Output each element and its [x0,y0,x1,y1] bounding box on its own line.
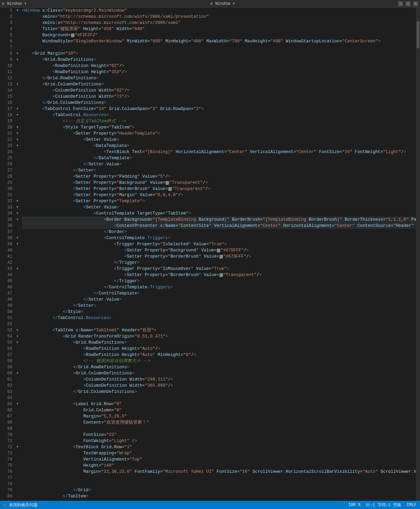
code-line[interactable]: <Label Grid.Row="0" [22,401,416,407]
code-line[interactable] [22,321,416,327]
code-line[interactable]: </Trigger> [22,278,416,284]
code-line[interactable]: <RowDefinition Height="353"/> [22,69,416,75]
code-line[interactable]: </Grid.RowDefinitions> [22,75,416,81]
code-line[interactable] [22,395,416,401]
code-line[interactable]: <Setter Property="Template"> [22,198,416,204]
title-bar-dropdown1[interactable]: ▼ [25,2,26,5]
fold-arrow[interactable]: ▼ [14,81,20,87]
code-line[interactable]: <ColumnDefinition Width="73"/> [22,94,416,100]
code-line[interactable]: <ColumnDefinition Width="365.889"/> [22,383,416,389]
code-line[interactable]: <Setter Property="BorderBrush" Value=■"#… [22,253,416,260]
code-line[interactable]: <ControlTemplate.Triggers> [22,235,416,241]
code-line[interactable]: <ContentPresenter x:Name="ContentSite" V… [22,223,416,229]
code-line[interactable]: <Setter Property="BorderBrush" Value=■"T… [22,272,416,278]
fold-arrow[interactable]: ▼ [14,444,20,450]
code-line[interactable]: </Grid.ColumnDefinitions> [22,389,416,395]
code-line[interactable]: </Setter> [22,303,416,309]
code-line[interactable]: TextWrapping="Wrap" [22,450,416,456]
fold-arrow[interactable]: ▼ [14,204,20,210]
fold-arrow[interactable]: ▼ [14,235,20,241]
window-maximize-btn[interactable]: □ [406,1,410,6]
fold-arrow[interactable]: ▼ [14,137,20,143]
fold-arrow[interactable]: ▼ [14,266,20,272]
code-line[interactable]: </TabControl.Resources> [22,315,416,321]
code-line[interactable]: </Style> [22,309,416,315]
code-line[interactable]: </Grid.RowDefinitions> [22,364,416,370]
code-line[interactable]: <Trigger Property="IsMouseOver" Value="T… [22,266,416,272]
code-line[interactable]: <TextBlock Text="{Binding}" HorizontalAl… [22,149,416,155]
code-line[interactable]: FontWeight="Light" /> [22,438,416,444]
code-line[interactable]: <Setter Property="HeaderTemplate"> [22,130,416,137]
code-line[interactable] [22,426,416,432]
code-line[interactable]: <Setter.Value> [22,204,416,210]
status-zoom[interactable]: 100 % [348,503,361,507]
code-line[interactable]: <Setter Property="BorderBrush" Value=■"T… [22,186,416,192]
code-line[interactable]: </Border> [22,229,416,235]
code-line[interactable] [22,44,416,51]
code-line[interactable] [22,481,416,487]
code-line[interactable]: </Grid.ColumnDefinitions> [22,100,416,106]
code-line[interactable]: </TabItem> [22,493,416,499]
code-line[interactable]: Content="欢迎使用键鼠管家！" [22,419,416,426]
code-line[interactable]: Margin="5,5,26,5" [22,413,416,419]
code-line[interactable] [22,475,416,481]
fold-arrow[interactable]: ▼ [14,130,20,137]
fold-arrow[interactable]: ▼ [14,333,20,340]
code-line[interactable]: <Setter Property="Padding" Value="5"/> [22,174,416,180]
fold-arrow[interactable]: ▼ [14,241,20,247]
fold-arrow[interactable]: ▼ [14,124,20,130]
code-line[interactable]: Margin="22,30,23,0" FontFamily="Microsof… [22,469,416,475]
fold-arrow[interactable]: ▼ [14,106,20,112]
code-line[interactable] [22,499,416,501]
code-line[interactable]: </Setter.Value> [22,297,416,303]
vertical-scrollbar[interactable] [416,8,420,501]
fold-arrow[interactable]: ▼ [14,198,20,204]
fold-arrow[interactable]: ▼ [14,217,20,223]
fold-arrow[interactable]: ▼ [14,401,20,407]
code-line[interactable]: <Grid.RowDefinitions> [22,340,416,346]
fold-arrow[interactable]: ▼ [14,210,20,217]
status-encoding[interactable]: CRLF [407,503,417,507]
code-line[interactable]: </ControlTemplate> [22,290,416,297]
code-line[interactable]: Title="键鼠管家" Height="450" Width="640" [22,26,416,32]
code-line[interactable]: <TextBlock Grid.Row="1" [22,444,416,450]
code-line[interactable]: <Setter Property="Background" Value=■"#6… [22,247,416,253]
code-line[interactable]: WindowStyle="SingleBorderWindow" MinWidt… [22,38,416,44]
scrollbar-thumb[interactable] [417,21,419,49]
code-line[interactable]: Grid.Column="0" [22,407,416,413]
code-line[interactable]: <Setter.Value> [22,137,416,143]
code-line[interactable]: <Setter Property="Background" Value=■"Tr… [22,180,416,186]
code-line[interactable]: <RowDefinition Height="Auto"/> [22,346,416,352]
code-line[interactable]: <ColumnDefinition Width="248.111"/> [22,376,416,383]
fold-arrow[interactable]: ▼ [14,112,20,118]
window-close-btn[interactable]: ✕ [413,1,418,6]
code-line[interactable]: <RowDefinition Height="Auto" MinHeight="… [22,352,416,358]
code-line[interactable]: <Window x:Class="keyboardmgr2.MainWindow… [22,8,416,14]
code-line[interactable]: </Trigger> [22,260,416,266]
code-line[interactable]: </Setter.Value> [22,161,416,167]
code-line[interactable]: </Setter> [22,167,416,174]
code-line[interactable]: <Grid.RowDefinitions> [22,57,416,63]
code-line[interactable]: <Style TargetType="TabItem"> [22,124,416,130]
window-minimize-btn[interactable]: ─ [398,1,403,6]
code-line[interactable]: <TabItem x:Name="TabItem1" Header="欢迎"> [22,327,416,333]
code-line[interactable]: <ControlTemplate TargetType="TabItem"> [22,210,416,217]
code-line[interactable]: <Setter Property="Margin" Value="0,0,4,0… [22,192,416,198]
code-line[interactable]: <Border Background="{TemplateBinding Bac… [22,217,416,223]
code-line[interactable]: xmlns="http://schemas.microsoft.com/winf… [22,14,416,20]
code-line[interactable]: </ControlTemplate.Triggers> [22,284,416,290]
fold-arrow[interactable]: ▼ [14,340,20,346]
code-line[interactable]: <Grid Margin="10"> [22,51,416,57]
fold-arrow[interactable]: ▼ [14,51,20,57]
code-line[interactable]: Height="148" [22,463,416,469]
code-line[interactable]: Background=■"#F2F2F2" [22,32,416,38]
code-line[interactable]: <TabControl FontSize="14" Grid.ColumnSpa… [22,106,416,112]
code-line[interactable]: <Grid.ColumnDefinitions> [22,370,416,376]
fold-arrow[interactable]: ▼ [14,57,20,63]
fold-arrow[interactable]: ▼ [14,370,20,376]
code-line[interactable]: <ColumnDefinition Width="82"/> [22,87,416,94]
fold-column[interactable]: ▼▼▼▼▼▼▼▼▼▼▼▼▼▼▼▼▼▼▼▼▼▼▼▼▼▼▼▼ [14,8,20,501]
code-line[interactable]: <DataTemplate> [22,143,416,149]
code-line[interactable]: <TabControl.Resources> [22,112,416,118]
fold-arrow[interactable]: ▼ [14,8,20,14]
